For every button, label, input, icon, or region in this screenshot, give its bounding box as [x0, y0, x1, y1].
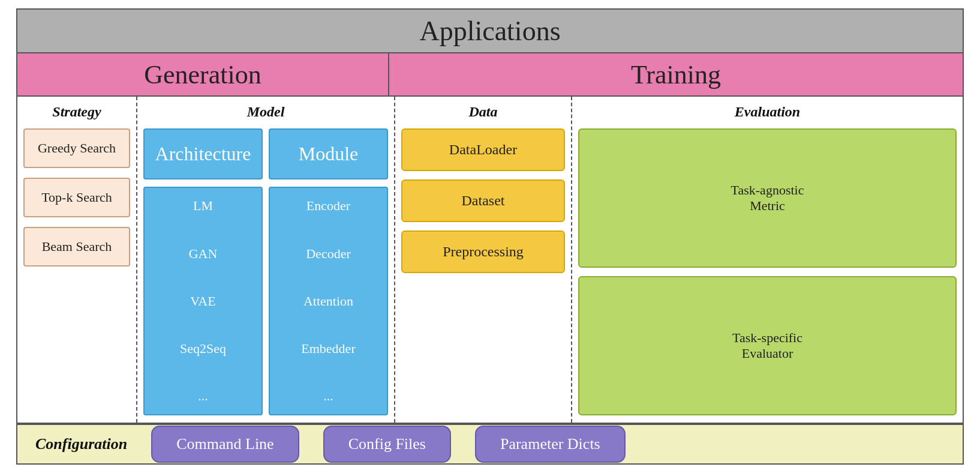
gen-train-row: Generation Training	[17, 53, 963, 97]
config-files-button[interactable]: Config Files	[323, 426, 451, 463]
model-column: Model Architecture Module LM GAN VAE Seq…	[137, 97, 395, 422]
applications-row: Applications	[17, 10, 963, 53]
module-box: Module	[269, 128, 388, 179]
config-label: Configuration	[35, 435, 127, 453]
evaluation-column: Evaluation Task-agnosticMetric Task-spec…	[572, 97, 963, 422]
architecture-box: Architecture	[143, 128, 263, 179]
generation-box: Generation	[17, 53, 389, 96]
topk-search-item: Top-k Search	[23, 178, 130, 217]
training-box: Training	[389, 53, 963, 96]
main-row: Strategy Greedy Search Top-k Search Beam…	[17, 97, 963, 423]
parameter-dicts-button[interactable]: Parameter Dicts	[475, 426, 626, 463]
data-header: Data	[401, 104, 565, 120]
training-label: Training	[631, 59, 721, 90]
beam-search-item: Beam Search	[23, 227, 130, 267]
data-column: Data DataLoader Dataset Preprocessing	[395, 97, 572, 422]
strategy-header: Strategy	[23, 104, 130, 120]
dataloader-item: DataLoader	[401, 128, 565, 171]
eval-header: Evaluation	[578, 104, 957, 120]
config-row: Configuration Command Line Config Files …	[17, 424, 963, 463]
applications-label: Applications	[419, 15, 560, 47]
dataset-item: Dataset	[401, 179, 565, 222]
preprocessing-item: Preprocessing	[401, 230, 565, 273]
command-line-button[interactable]: Command Line	[151, 426, 299, 463]
generation-label: Generation	[144, 59, 261, 90]
lm-list-box: LM GAN VAE Seq2Seq ...	[143, 187, 263, 415]
model-top: Architecture Module	[143, 128, 388, 179]
model-header: Model	[143, 104, 388, 120]
strategy-column: Strategy Greedy Search Top-k Search Beam…	[17, 97, 137, 422]
task-agnostic-item: Task-agnosticMetric	[578, 128, 957, 268]
task-specific-item: Task-specificEvaluator	[578, 276, 957, 415]
diagram: Applications Generation Training Strateg…	[16, 8, 964, 465]
model-bottom: LM GAN VAE Seq2Seq ... Encoder Decoder A…	[143, 187, 388, 415]
enc-list-box: Encoder Decoder Attention Embedder ...	[269, 187, 388, 415]
greedy-search-item: Greedy Search	[23, 128, 130, 168]
